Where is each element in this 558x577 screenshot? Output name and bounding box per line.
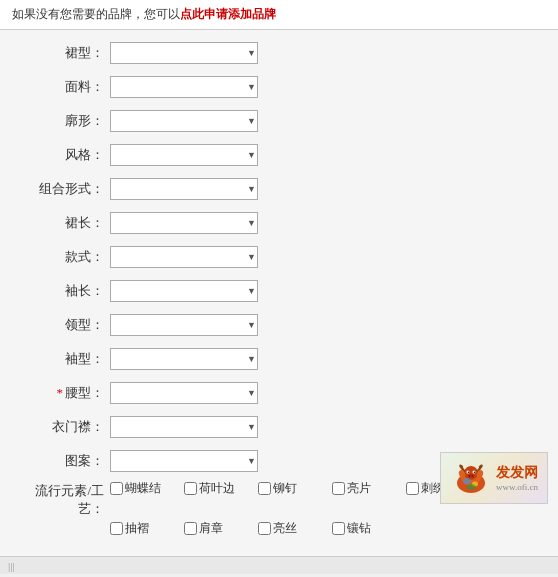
select-wrapper-fengge	[110, 144, 258, 166]
label-kuanshi: 款式：	[20, 248, 110, 266]
field-row-xiuchang: 袖长：	[20, 276, 538, 306]
checkbox-item-shoulder[interactable]: 肩章	[184, 520, 252, 537]
svg-point-8	[469, 475, 471, 477]
checkbox-shoulder-label: 肩章	[199, 520, 223, 537]
select-qunchang[interactable]	[110, 212, 258, 234]
field-row-lingxing: 领型：	[20, 310, 538, 340]
label-mianliao: 面料：	[20, 78, 110, 96]
label-yaoxing: *腰型：	[20, 384, 110, 402]
checkbox-item-x1[interactable]: 亮片	[332, 480, 400, 497]
svg-point-9	[472, 475, 474, 477]
checkbox-silk[interactable]	[258, 522, 271, 535]
checkbox-group-row2: 抽褶 肩章 亮丝 镶钻	[110, 520, 538, 537]
checkbox-nail-label: 铆钉	[273, 480, 297, 497]
checkbox-section-label2	[20, 520, 110, 522]
checkbox-pleat[interactable]	[110, 522, 123, 535]
select-wrapper-kuoxing	[110, 110, 258, 132]
field-row-fengge: 风格：	[20, 140, 538, 170]
select-wrapper-qunxing	[110, 42, 258, 64]
checkbox-nail[interactable]	[258, 482, 271, 495]
select-zuhexingshi[interactable]	[110, 178, 258, 200]
select-qunxing[interactable]	[110, 42, 258, 64]
select-kuanshi[interactable]	[110, 246, 258, 268]
checkbox-lotus-label: 荷叶边	[199, 480, 235, 497]
select-wrapper-lingxing	[110, 314, 258, 336]
select-wrapper-xiuchang	[110, 280, 258, 302]
field-row-mianliao: 面料：	[20, 72, 538, 102]
label-ymj: 衣门襟：	[20, 418, 110, 436]
label-kuoxing: 廓形：	[20, 112, 110, 130]
select-wrapper-tuan	[110, 450, 258, 472]
checkbox-item-butterfly[interactable]: 蝴蝶结	[110, 480, 178, 497]
field-row-zuhexingshi: 组合形式：	[20, 174, 538, 204]
select-yaoxing[interactable]	[110, 382, 258, 404]
field-row-yaoxing: *腰型：	[20, 378, 538, 408]
top-bar-text: 如果没有您需要的品牌，您可以	[12, 7, 180, 21]
svg-point-12	[463, 478, 471, 484]
label-zuhexingshi: 组合形式：	[20, 180, 110, 198]
label-qunxing: 裙型：	[20, 44, 110, 62]
logo-name: 发发网	[496, 464, 538, 482]
checkbox-pleat-label: 抽褶	[125, 520, 149, 537]
field-row-xiuxing: 袖型：	[20, 344, 538, 374]
checkbox-drill[interactable]	[332, 522, 345, 535]
site-logo: 发发网 www.ofi.cn	[440, 452, 548, 504]
select-mianliao[interactable]	[110, 76, 258, 98]
select-kuoxing[interactable]	[110, 110, 258, 132]
checkbox-x1[interactable]	[332, 482, 345, 495]
checkbox-item-drill[interactable]: 镶钻	[332, 520, 400, 537]
select-wrapper-qunchang	[110, 212, 258, 234]
select-wrapper-yaoxing	[110, 382, 258, 404]
checkbox-item-pleat[interactable]: 抽褶	[110, 520, 178, 537]
field-row-qunchang: 裙长：	[20, 208, 538, 238]
checkbox-butterfly[interactable]	[110, 482, 123, 495]
logo-url: www.ofi.cn	[496, 482, 538, 492]
checkbox-shoulder[interactable]	[184, 522, 197, 535]
select-xiuxing[interactable]	[110, 348, 258, 370]
label-tuan: 图案：	[20, 452, 110, 470]
bull-svg	[450, 457, 492, 499]
select-fengge[interactable]	[110, 144, 258, 166]
svg-point-6	[474, 472, 476, 474]
checkbox-drill-label: 镶钻	[347, 520, 371, 537]
label-fengge: 风格：	[20, 146, 110, 164]
add-brand-link[interactable]: 点此申请添加品牌	[180, 7, 276, 21]
checkbox-item-silk[interactable]: 亮丝	[258, 520, 326, 537]
svg-point-14	[466, 484, 476, 490]
checkbox-item-lotus[interactable]: 荷叶边	[184, 480, 252, 497]
field-row-kuoxing: 廓形：	[20, 106, 538, 136]
label-xiuxing: 袖型：	[20, 350, 110, 368]
field-row-kuanshi: 款式：	[20, 242, 538, 272]
label-xiuchang: 袖长：	[20, 282, 110, 300]
bottom-bar-text: |||	[8, 560, 15, 572]
select-tuan[interactable]	[110, 450, 258, 472]
select-wrapper-mianliao	[110, 76, 258, 98]
svg-point-5	[468, 472, 470, 474]
select-lingxing[interactable]	[110, 314, 258, 336]
checkbox-butterfly-label: 蝴蝶结	[125, 480, 161, 497]
checkbox-lotus[interactable]	[184, 482, 197, 495]
checkbox-silk-label: 亮丝	[273, 520, 297, 537]
checkbox-x1-label: 亮片	[347, 480, 371, 497]
label-lingxing: 领型：	[20, 316, 110, 334]
select-ymj[interactable]	[110, 416, 258, 438]
bottom-bar: |||	[0, 556, 558, 574]
checkbox-item-nail[interactable]: 铆钉	[258, 480, 326, 497]
checkbox-section-label: 流行元素/工艺：	[20, 480, 110, 518]
top-bar: 如果没有您需要的品牌，您可以点此申请添加品牌	[0, 0, 558, 30]
select-wrapper-zuhexingshi	[110, 178, 258, 200]
field-row-qunxing: 裙型：	[20, 38, 538, 68]
checkbox-row-2: 抽褶 肩章 亮丝 镶钻	[20, 520, 538, 546]
required-mark: *	[57, 385, 64, 400]
select-wrapper-xiuxing	[110, 348, 258, 370]
select-wrapper-ymj	[110, 416, 258, 438]
label-qunchang: 裙长：	[20, 214, 110, 232]
svg-point-7	[468, 474, 475, 478]
checkbox-x2[interactable]	[406, 482, 419, 495]
select-wrapper-kuanshi	[110, 246, 258, 268]
select-xiuchang[interactable]	[110, 280, 258, 302]
field-row-ymj: 衣门襟：	[20, 412, 538, 442]
